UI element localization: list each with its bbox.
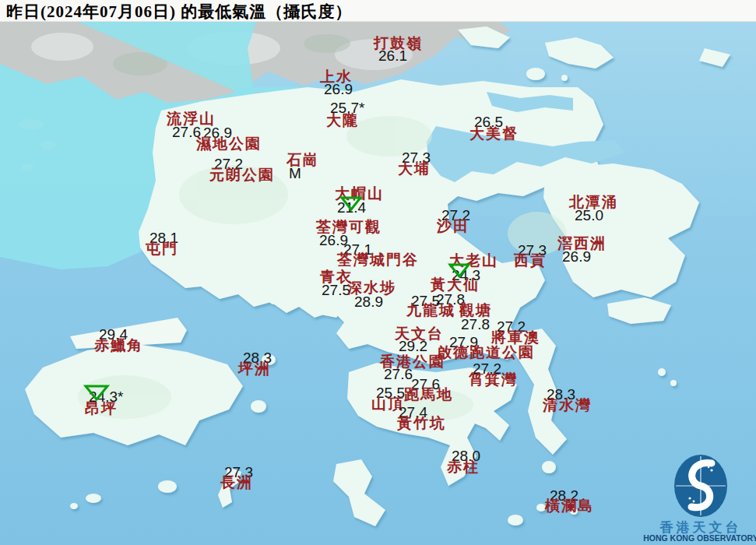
station-kau-sai-chau-name: 滘西洲 [557, 236, 607, 251]
station-ta-kwu-ling-name: 打鼓嶺 [374, 36, 423, 51]
station-clear-water-bay-name: 清水灣 [543, 398, 592, 413]
station-tsuen-wan-shing-mun-valley-name: 荃灣城門谷 [337, 252, 419, 267]
min-temp-marker [340, 196, 362, 211]
station-tuen-mun-name: 屯門 [146, 241, 178, 256]
station-chek-lap-kok-name: 赤鱲角 [94, 338, 143, 353]
min-temp-marker [84, 385, 109, 401]
station-pak-tam-chung-name: 北潭涌 [569, 195, 618, 209]
station-tai-lung-name: 大隴 [326, 113, 359, 128]
station-tai-mei-tuk-name: 大美督 [469, 126, 519, 141]
station-hko-headquarters-name: 天文台 [395, 326, 444, 341]
station-kwun-tong-value: 27.8 [461, 317, 490, 332]
hko-min-temp-map: 昨日(2024年07月06日) 的最低氣溫（攝氏度） 26.1打鼓嶺26.9上水… [0, 0, 756, 545]
station-kai-tak-runway-park-name: 啟德跑道公園 [437, 345, 535, 360]
hko-logo-icon [673, 453, 729, 519]
station-yuen-long-park-name: 元朗公園 [209, 167, 275, 182]
station-wetland-park-name: 濕地公園 [196, 136, 262, 151]
station-waglan-island-name: 橫瀾島 [545, 498, 594, 513]
station-kowloon-city-name: 九龍城 [406, 303, 455, 318]
station-sham-shui-po-name: 深水埗 [347, 280, 396, 295]
hko-logo: 香港天文台 HONG KONG OBSERVATORY [645, 448, 756, 545]
station-wong-chuk-hang-name: 黃竹坑 [397, 416, 446, 431]
station-ngong-ping-name: 昂坪 [85, 401, 118, 416]
station-tsuen-wan-ho-koon-name: 荃灣可觀 [316, 220, 382, 234]
station-hong-kong-park-name: 香港公園 [380, 354, 445, 369]
station-shau-kei-wan-name: 筲箕灣 [469, 372, 518, 387]
station-tai-po-name: 大埔 [398, 161, 431, 176]
station-cheung-chau-name: 長洲 [220, 475, 253, 490]
station-kwun-tong-name: 觀塘 [459, 303, 492, 318]
station-sai-kung-name: 西貢 [514, 253, 547, 268]
station-sham-shui-po-value: 28.9 [354, 294, 383, 309]
station-peng-chau-name: 坪洲 [238, 361, 271, 376]
station-happy-valley-name: 跑馬地 [404, 387, 453, 402]
station-sheung-shui-name: 上水 [320, 69, 353, 84]
hko-logo-english: HONG KONG OBSERVATORY [643, 533, 756, 543]
stations-layer: 26.1打鼓嶺26.9上水25.7*大隴27.6流浮山26.9濕地公園27.2元… [0, 0, 756, 545]
station-sha-tin-name: 沙田 [437, 219, 469, 234]
station-tseung-kwan-o-name: 將軍澳 [491, 330, 540, 345]
station-stanley-name: 赤柱 [447, 459, 480, 474]
station-wong-tai-sin-name: 黃大仙 [431, 277, 480, 292]
station-shek-kong-name: 石崗 [287, 153, 319, 167]
